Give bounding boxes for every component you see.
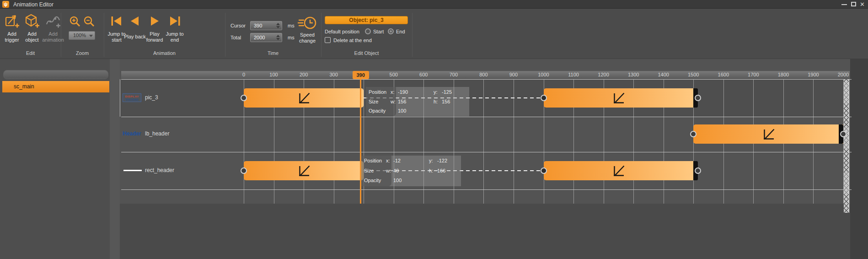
overlay-row: Opacity100 [361,176,461,185]
keyframe-handle[interactable] [840,131,847,137]
ribbon-group-edit: Addtrigger Addobject Addanimation Edit [0,9,61,59]
total-time-input[interactable]: 2000 [250,33,282,42]
delete-at-end-checkbox[interactable] [325,37,331,43]
move-animation-icon [611,163,626,178]
overlay-value: Opacity [369,106,386,116]
app-icon: ψ [2,1,9,8]
cursor-time-input[interactable]: 390 [250,21,282,30]
spinner-arrows[interactable] [275,22,281,29]
add-object-button[interactable]: Addobject [22,12,42,43]
add-animation-icon [45,13,61,29]
overlay-value: -12 [393,156,401,166]
ruler-tick-label: 1800 [773,72,793,77]
delete-at-end-label[interactable]: Delete at the end [333,38,372,43]
row-separator [121,152,852,152]
animation-bar[interactable] [244,161,364,180]
button-label: change [295,38,320,44]
play-forward-button[interactable]: Playforward [143,12,166,43]
cursor-line[interactable] [360,79,361,204]
keyframe-handle[interactable] [241,95,247,101]
overlay-value: 40 [393,166,399,176]
animation-bar[interactable] [544,88,694,108]
spinner-arrows[interactable] [275,34,281,41]
total-time-value: 2000 [254,35,265,40]
overlay-row: Sizew:156h:156 [366,97,469,107]
overlay-value: h: [434,97,438,107]
ruler-tick-label: 200 [294,72,314,77]
ruler-tick-label: 1700 [743,72,763,77]
button-label: Add [2,31,22,37]
button-label: forward [143,37,166,43]
overlay-value: 166 [437,166,445,176]
ribbon-group-edit-object: Object: pic_3 Default position Start End… [321,9,412,59]
zoom-level-dropdown[interactable]: 100% [69,31,95,40]
radio-end-label[interactable]: End [396,29,405,34]
minimize-button[interactable] [841,4,847,5]
selected-object-banner: Object: pic_3 [325,16,408,24]
overlay-value: -125 [442,87,452,97]
overlay-row: Positionx:-190y:-125 [366,87,469,97]
ruler-tick-label: 1900 [803,72,823,77]
play-back-icon [129,16,141,26]
maximize-button[interactable] [851,2,856,6]
overlay-value: w: [386,166,391,176]
button-label: object [22,37,42,43]
ribbon-group-time: Cursor 390 ms Total 2000 ms Speedchange … [225,9,321,59]
animation-bar[interactable] [693,124,843,144]
zoom-in-icon[interactable] [69,16,81,28]
ms-unit-label: ms [288,23,295,28]
scene-item-sc-main[interactable]: sc_main [2,81,109,92]
move-animation-icon [296,90,311,106]
thumbnail-text: VISIONS [123,98,141,101]
keyframe-handle[interactable] [541,167,547,174]
animation-editor-window: ψ Animation Editor ✕ Addtrigger [0,0,868,259]
keyframe-handle[interactable] [241,167,247,174]
overlay-value: Size [369,97,378,107]
overlay-value: 100 [398,106,406,116]
panel-splitter[interactable] [110,59,120,259]
overlay-value: Position [364,156,382,166]
move-animation-icon [761,126,776,142]
close-button[interactable]: ✕ [860,1,865,8]
button-label: Add [22,31,42,37]
title-bar: ψ Animation Editor ✕ [0,0,868,9]
ms-unit-label: ms [288,35,295,40]
animation-bar[interactable] [544,161,694,180]
default-position-label: Default position [325,29,359,34]
ruler-tick-label: 600 [413,72,434,77]
cursor-time-value: 390 [254,23,262,28]
ruler-tick-label: 1300 [623,72,643,77]
ribbon-group-zoom: 100% Zoom [61,9,104,59]
overlay-row: Positionx:-12y:-122 [361,156,461,166]
ruler-tick-label: 1000 [534,72,554,77]
radio-start-label[interactable]: Start [373,29,384,34]
animation-bar[interactable] [244,88,364,108]
cursor-tab[interactable]: 390 [353,71,369,79]
thumbnail-text: DISPLAY [123,95,141,98]
track-name: pic_3 [145,94,158,101]
overlay-value: Size [364,166,374,176]
move-animation-icon [611,90,626,106]
ruler-tick-label: 1200 [594,72,614,77]
group-separator [412,13,413,57]
ruler-tick-label: 1600 [713,72,734,77]
ruler-tick-label: 2000 [833,72,853,77]
jump-to-end-button[interactable]: Jump toend [163,12,186,43]
button-label: Speed [295,32,320,38]
speed-change-button[interactable]: Speedchange [295,15,320,44]
track-name: rect_header [145,167,174,173]
add-trigger-button[interactable]: Addtrigger [2,12,22,43]
add-trigger-icon [4,13,20,29]
row-separator [121,117,852,117]
keyframe-handle[interactable] [541,95,547,101]
add-object-icon [24,13,40,29]
zoom-out-icon[interactable] [83,16,96,28]
group-label-zoom: Zoom [61,50,104,56]
overlay-value: x: [386,156,390,166]
overlay-value: 156 [398,97,406,107]
radio-start[interactable] [365,28,371,34]
button-label: end [163,37,186,43]
scene-list-panel: sc_main [0,59,110,259]
radio-end[interactable] [388,28,394,34]
ruler-tick-label: 700 [444,72,464,77]
